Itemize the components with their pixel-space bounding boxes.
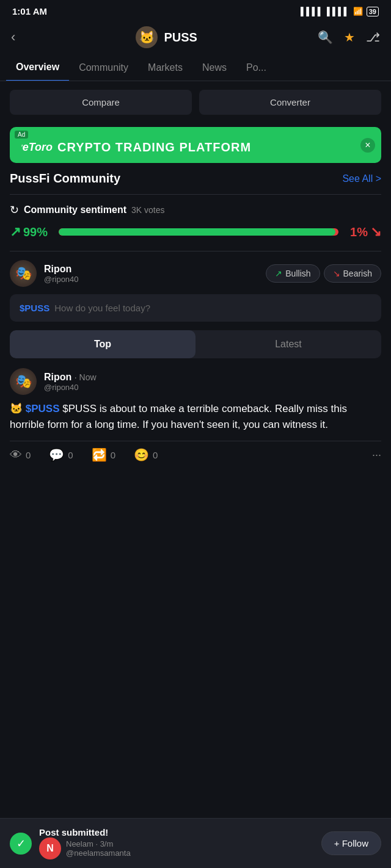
bearish-percentage: 1% ↘ [345, 224, 381, 240]
status-icons: ▌▌▌▌ ▌▌▌▌ 📶 39 [301, 7, 379, 16]
retweet-count: 0 [111, 450, 115, 460]
bearish-arrow: ↘ [370, 224, 381, 240]
sentiment-bar-row: ↗ 99% 1% ↘ [10, 224, 381, 240]
tab-markets[interactable]: Markets [138, 55, 192, 81]
bearish-button[interactable]: ↘ Bearish [324, 264, 381, 283]
ad-logo: 'eToro [21, 141, 53, 154]
comments-action[interactable]: 💬 0 [49, 447, 73, 462]
divider-2 [10, 251, 381, 251]
more-options-button[interactable]: ··· [372, 449, 381, 461]
bullish-percentage: ↗ 99% [10, 224, 53, 240]
post-tag-label: $PUSS [26, 403, 60, 414]
post-input-tag: $PUSS [20, 303, 49, 313]
eye-icon: 👁 [10, 448, 22, 462]
retweet-icon: 🔁 [92, 447, 107, 462]
app-header: ‹ 🐱 PUSS 🔍 ★ ⎇ [0, 20, 391, 54]
signal-icon-2: ▌▌▌▌ [327, 7, 349, 16]
post-avatar: 🎭 [10, 368, 37, 395]
bear-arrow-icon: ↘ [333, 269, 340, 278]
post-username: Ripon [44, 372, 71, 382]
tab-news[interactable]: News [192, 55, 236, 81]
top-latest-toggle: Top Latest [10, 330, 381, 358]
status-time: 1:01 AM [12, 6, 47, 16]
sentiment-label: Community sentiment [24, 204, 126, 215]
post-time: · Now [75, 372, 97, 382]
bullish-button[interactable]: ↗ Bullish [266, 264, 320, 283]
user-post-area: 🎭 Ripon @ripon40 ↗ Bullish ↘ Bearish [10, 260, 381, 287]
divider [10, 194, 381, 195]
user-handle-display: @ripon40 [44, 275, 258, 284]
tab-bar: Overview Community Markets News Po... [0, 54, 391, 81]
ad-content: 'eToro CRYPTO TRADING PLATFORM [21, 140, 251, 154]
reaction-count: 0 [153, 450, 158, 460]
battery-indicator: 39 [367, 7, 379, 16]
compare-button[interactable]: Compare [10, 90, 192, 115]
views-action[interactable]: 👁 0 [10, 448, 31, 462]
tab-community[interactable]: Community [69, 55, 138, 81]
header-title-area: 🐱 PUSS [136, 26, 197, 48]
sentiment-spin-icon: ↻ [10, 203, 19, 217]
token-logo: 🐱 [136, 26, 158, 48]
status-bar: 1:01 AM ▌▌▌▌ ▌▌▌▌ 📶 39 [0, 0, 391, 20]
signal-icon: ▌▌▌▌ [301, 7, 323, 16]
back-button[interactable]: ‹ [11, 29, 15, 45]
post-user-info: Ripon · Now @ripon40 [44, 372, 381, 392]
favorite-icon[interactable]: ★ [344, 30, 355, 45]
post-tag-emoji: 🐱 [10, 403, 23, 414]
ad-text: CRYPTO TRADING PLATFORM [57, 140, 251, 154]
tool-buttons-row: Compare Converter [0, 81, 391, 123]
post-body: 🐱 $PUSS $PUSS is about to make a terribl… [10, 401, 381, 432]
ad-label: Ad [15, 131, 28, 139]
top-toggle-button[interactable]: Top [10, 330, 196, 358]
latest-toggle-button[interactable]: Latest [196, 330, 381, 358]
ad-close-button[interactable]: × [360, 138, 375, 153]
user-avatar: 🎭 [10, 260, 37, 287]
community-section: PussFi Community See All > ↻ Community s… [0, 172, 391, 517]
header-actions: 🔍 ★ ⎇ [318, 30, 380, 45]
post-input-placeholder: How do you feel today? [54, 303, 150, 313]
bottom-space [10, 468, 381, 517]
post-handle: @ripon40 [44, 383, 381, 392]
ad-banner: Ad 'eToro CRYPTO TRADING PLATFORM × [10, 127, 381, 163]
post-input-row[interactable]: $PUSS How do you feel today? [10, 294, 381, 322]
reaction-icon: 😊 [134, 447, 149, 462]
tab-overview[interactable]: Overview [6, 54, 69, 81]
votes-count: 3K votes [131, 205, 164, 215]
comment-icon: 💬 [49, 447, 64, 462]
sentiment-label-row: ↻ Community sentiment 3K votes [10, 203, 381, 217]
bull-arrow-icon: ↗ [275, 269, 282, 278]
retweet-action[interactable]: 🔁 0 [92, 447, 115, 462]
see-all-link[interactable]: See All > [342, 173, 381, 184]
sentiment-bar [59, 228, 338, 236]
community-title: PussFi Community [10, 172, 120, 186]
community-header: PussFi Community See All > [10, 172, 381, 186]
wifi-icon: 📶 [353, 7, 363, 16]
sentiment-vote-buttons: ↗ Bullish ↘ Bearish [266, 264, 381, 283]
username-display: Ripon [44, 264, 258, 275]
post-header: 🎭 Ripon · Now @ripon40 [10, 368, 381, 395]
post-text: $PUSS is about to make a terrible comeba… [10, 403, 347, 430]
post-actions: 👁 0 💬 0 🔁 0 😊 0 ··· [10, 441, 381, 468]
user-info: Ripon @ripon40 [44, 264, 258, 284]
search-icon[interactable]: 🔍 [318, 30, 333, 45]
reaction-action[interactable]: 😊 0 [134, 447, 158, 462]
sentiment-bar-fill [59, 228, 335, 236]
converter-button[interactable]: Converter [199, 90, 381, 115]
views-count: 0 [26, 450, 31, 460]
tab-more[interactable]: Po... [236, 55, 276, 81]
comments-count: 0 [68, 450, 73, 460]
token-name: PUSS [164, 31, 197, 45]
bullish-arrow: ↗ [10, 224, 21, 240]
share-icon[interactable]: ⎇ [366, 30, 380, 45]
